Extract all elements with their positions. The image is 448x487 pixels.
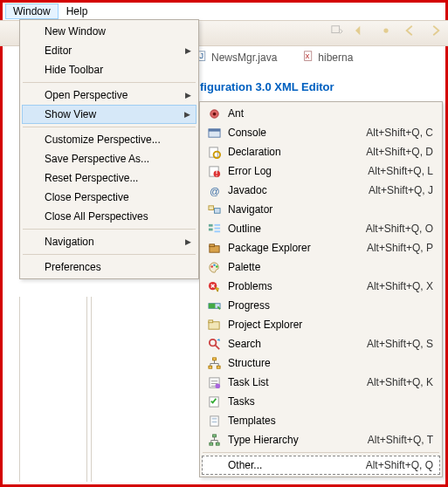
tab-newsmgr[interactable]: J NewsMgr.java [196, 51, 277, 65]
submenu-palette[interactable]: Palette [202, 257, 440, 277]
submenu-label: Progress [228, 299, 270, 312]
submenu-label: Console [228, 127, 266, 139]
submenu-shortcut: Alt+Shift+Q, X [367, 280, 433, 292]
svg-rect-34 [212, 357, 216, 360]
structure-icon [207, 356, 221, 370]
menu-open-perspective[interactable]: Open Perspective▶ [22, 86, 196, 105]
menu-preferences[interactable]: Preferences [22, 257, 196, 277]
toolbar-dropdown-icon[interactable] [331, 24, 343, 37]
svg-rect-17 [214, 208, 220, 213]
submenu-templates[interactable]: Templates [202, 411, 440, 430]
submenu-outline[interactable]: OutlineAlt+Shift+Q, O [202, 219, 440, 238]
menu-separator [23, 229, 196, 230]
progress-icon [207, 298, 221, 312]
submenu-type-hierarchy[interactable]: Type HierarchyAlt+Shift+Q, T [202, 430, 440, 449]
submenu-error-log[interactable]: !Error LogAlt+Shift+Q, L [202, 161, 440, 181]
submenu-shortcut: Alt+Shift+Q, P [367, 242, 433, 254]
submenu-label: Palette [228, 261, 260, 273]
svg-rect-24 [209, 244, 214, 246]
svg-rect-18 [208, 223, 212, 226]
submenu-shortcut: Alt+Shift+Q, O [366, 223, 433, 235]
svg-point-27 [216, 265, 217, 267]
menu-navigation[interactable]: Navigation▶ [22, 232, 196, 251]
submenu-declaration[interactable]: DeclarationAlt+Shift+Q, D [202, 142, 440, 161]
svg-rect-44 [209, 442, 212, 445]
menu-show-view[interactable]: Show View▶ [22, 105, 196, 124]
submenu-label: Problems [228, 280, 272, 292]
menu-new-window[interactable]: New Window [22, 22, 196, 41]
submenu-other[interactable]: Other...Alt+Shift+Q, Q [202, 456, 440, 475]
submenu-label: Tasks [228, 395, 255, 408]
submenu-shortcut: Alt+Shift+Q, C [366, 127, 433, 139]
menu-editor[interactable]: Editor▶ [22, 41, 196, 60]
menubar: Window Help [5, 3, 95, 19]
editor-tabs: J NewsMgr.java x hiberna [196, 48, 353, 67]
nav-right-icon[interactable] [429, 24, 441, 37]
svg-point-7 [212, 112, 216, 115]
submenu-shortcut: Alt+Shift+Q, J [369, 184, 433, 196]
menu-reset-perspective[interactable]: Reset Perspective... [22, 168, 196, 188]
submenu-tasks[interactable]: Tasks [202, 392, 440, 411]
nav-dot-icon[interactable] [380, 24, 392, 37]
chevron-right-icon: ▶ [185, 237, 191, 246]
submenu-label: Task List [228, 376, 269, 388]
declaration-icon [207, 145, 221, 159]
toolbar-icons [331, 24, 441, 37]
svg-rect-43 [212, 434, 216, 436]
menubar-window[interactable]: Window [5, 3, 59, 19]
submenu-project-explorer[interactable]: Project Explorer [202, 315, 440, 334]
error-log-icon: ! [207, 164, 221, 178]
menu-close-all-perspectives[interactable]: Close All Perspectives [22, 207, 196, 226]
svg-rect-21 [214, 227, 220, 229]
submenu-shortcut: Alt+Shift+Q, Q [366, 459, 433, 471]
submenu-problems[interactable]: ProblemsAlt+Shift+Q, X [202, 277, 440, 296]
menubar-help[interactable]: Help [59, 3, 96, 19]
menu-customize-perspective[interactable]: Customize Perspective... [22, 130, 196, 149]
svg-point-1 [383, 28, 388, 32]
submenu-task-list[interactable]: Task ListAlt+Shift+Q, K [202, 373, 440, 392]
templates-icon [207, 414, 221, 428]
outline-icon [207, 222, 221, 236]
submenu-label: Project Explorer [228, 319, 302, 331]
submenu-label: Templates [228, 415, 276, 427]
submenu-search[interactable]: SearchAlt+Shift+Q, S [202, 334, 440, 353]
console-icon [207, 126, 221, 140]
chevron-right-icon: ▶ [185, 46, 191, 55]
submenu-label: Ant [228, 107, 244, 120]
svg-rect-9 [208, 128, 219, 131]
editor-title: figuration 3.0 XML Editor [200, 80, 334, 93]
nav-left-icon[interactable] [404, 24, 417, 37]
tab-hibernate[interactable]: x hiberna [303, 51, 353, 65]
submenu-package-explorer[interactable]: Package ExplorerAlt+Shift+Q, P [202, 238, 440, 257]
submenu-structure[interactable]: Structure [202, 353, 440, 373]
svg-rect-42 [211, 421, 217, 422]
submenu-javadoc[interactable]: @JavadocAlt+Shift+Q, J [202, 181, 440, 200]
tab-label: hiberna [318, 51, 353, 64]
menu-separator [23, 82, 196, 83]
navigator-icon [207, 202, 221, 216]
submenu-label: Error Log [228, 165, 272, 177]
submenu-console[interactable]: ConsoleAlt+Shift+Q, C [202, 123, 440, 142]
submenu-shortcut: Alt+Shift+Q, D [366, 146, 433, 158]
svg-rect-16 [208, 205, 213, 209]
submenu-label: Navigator [228, 203, 272, 216]
submenu-progress[interactable]: Progress [202, 296, 440, 315]
svg-rect-32 [208, 319, 212, 322]
javadoc-icon: @ [207, 183, 221, 197]
svg-rect-45 [216, 442, 219, 445]
menu-hide-toolbar[interactable]: Hide Toolbar [22, 60, 196, 79]
submenu-shortcut: Alt+Shift+Q, S [367, 338, 433, 350]
search-icon [207, 337, 221, 351]
submenu-label: Declaration [228, 146, 281, 158]
project-explorer-icon [207, 318, 221, 332]
tab-label: NewsMgr.java [211, 51, 277, 64]
menu-close-perspective[interactable]: Close Perspective [22, 188, 196, 207]
type-hierarchy-icon [207, 433, 221, 447]
menu-save-perspective-as[interactable]: Save Perspective As... [22, 149, 196, 168]
submenu-ant[interactable]: Ant [202, 104, 440, 123]
nav-back-icon[interactable] [355, 24, 368, 37]
chevron-right-icon: ▶ [184, 110, 190, 119]
svg-point-26 [213, 264, 215, 265]
submenu-navigator[interactable]: Navigator [202, 200, 440, 219]
problems-icon [207, 279, 221, 293]
